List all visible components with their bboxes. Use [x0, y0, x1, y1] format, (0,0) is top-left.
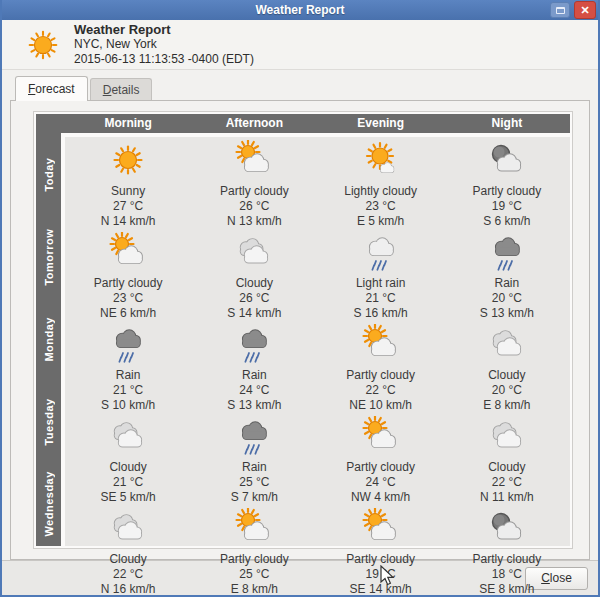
- column-header-morning: Morning: [65, 114, 191, 133]
- wind-text: N 16 km/h: [101, 582, 156, 597]
- partly-cloudy-night-icon: [487, 140, 527, 184]
- condition-text: Cloudy: [109, 460, 146, 475]
- wind-text: N 13 km/h: [227, 214, 282, 229]
- wind-text: S 7 km/h: [231, 490, 278, 505]
- report-header: Weather Report NYC, New York 2015-06-13 …: [2, 20, 598, 70]
- condition-text: Lightly cloudy: [344, 184, 417, 199]
- partly-cloudy-day-icon: [234, 140, 274, 184]
- forecast-cell: Rain25 °CS 7 km/h: [191, 413, 317, 505]
- wind-text: SE 8 km/h: [479, 582, 534, 597]
- temperature-text: 27 °C: [113, 199, 143, 214]
- column-header-evening: Evening: [318, 114, 444, 133]
- wind-text: S 16 km/h: [354, 306, 408, 321]
- report-timestamp: 2015-06-13 11:13:53 -0400 (EDT): [74, 52, 254, 67]
- temperature-text: 19 °C: [492, 199, 522, 214]
- condition-text: Partly cloudy: [473, 184, 542, 199]
- tab-bar: Forecast Details: [2, 70, 598, 100]
- titlebar[interactable]: Weather Report ✕: [2, 0, 598, 20]
- forecast-cell: Cloudy21 °CSE 5 km/h: [65, 413, 191, 505]
- condition-text: Partly cloudy: [94, 276, 163, 291]
- forecast-cell: Cloudy22 °CN 11 km/h: [444, 413, 570, 505]
- condition-text: Rain: [242, 460, 267, 475]
- condition-text: Partly cloudy: [346, 552, 415, 567]
- forecast-cell: Partly cloudy19 °CS 6 km/h: [444, 137, 570, 229]
- temperature-text: 19 °C: [366, 567, 396, 582]
- close-icon: ✕: [580, 4, 589, 16]
- day-label-today: Today: [36, 133, 61, 216]
- condition-text: Partly cloudy: [346, 368, 415, 383]
- forecast-cell: Rain24 °CS 13 km/h: [191, 321, 317, 413]
- condition-text: Rain: [116, 368, 141, 383]
- wind-text: S 6 km/h: [483, 214, 530, 229]
- wind-text: E 8 km/h: [483, 398, 530, 413]
- temperature-text: 23 °C: [113, 291, 143, 306]
- wind-text: S 13 km/h: [227, 398, 281, 413]
- condition-text: Partly cloudy: [220, 552, 289, 567]
- wind-text: N 14 km/h: [101, 214, 156, 229]
- forecast-day-labels: TodayTomorrowMondayTuesdayWednesday: [36, 133, 61, 546]
- column-header-night: Night: [444, 114, 570, 133]
- forecast-cell: Partly cloudy25 °CE 8 km/h: [191, 505, 317, 597]
- partly-cloudy-day-icon: [361, 416, 401, 460]
- partly-cloudy-day-icon: [361, 324, 401, 368]
- forecast-cell: Cloudy22 °CN 16 km/h: [65, 505, 191, 597]
- wind-text: SE 14 km/h: [350, 582, 412, 597]
- temperature-text: 23 °C: [366, 199, 396, 214]
- forecast-cell: Light rain21 °CS 16 km/h: [318, 229, 444, 321]
- wind-text: S 14 km/h: [227, 306, 281, 321]
- partly-cloudy-day-icon: [361, 508, 401, 552]
- tab-forecast[interactable]: Forecast: [15, 76, 88, 101]
- window-content: Weather Report NYC, New York 2015-06-13 …: [2, 20, 598, 595]
- day-label-tuesday: Tuesday: [36, 381, 61, 464]
- condition-text: Sunny: [111, 184, 145, 199]
- wind-text: S 13 km/h: [480, 306, 534, 321]
- forecast-cell: Partly cloudy23 °CNE 6 km/h: [65, 229, 191, 321]
- lightly-cloudy-day-icon: [361, 140, 401, 184]
- forecast-cell: Cloudy20 °CE 8 km/h: [444, 321, 570, 413]
- wind-text: NE 10 km/h: [349, 398, 412, 413]
- wind-text: E 5 km/h: [357, 214, 404, 229]
- temperature-text: 24 °C: [239, 383, 269, 398]
- condition-text: Rain: [495, 276, 520, 291]
- temperature-text: 21 °C: [366, 291, 396, 306]
- wind-text: SE 5 km/h: [100, 490, 155, 505]
- wind-text: NE 6 km/h: [100, 306, 156, 321]
- forecast-cell: Cloudy26 °CS 14 km/h: [191, 229, 317, 321]
- temperature-text: 22 °C: [113, 567, 143, 582]
- maximize-icon: [556, 7, 565, 14]
- condition-text: Rain: [242, 368, 267, 383]
- condition-text: Cloudy: [488, 460, 525, 475]
- forecast-panel: MorningAfternoonEveningNight TodayTomorr…: [10, 100, 590, 560]
- tab-details[interactable]: Details: [90, 78, 153, 100]
- temperature-text: 22 °C: [492, 475, 522, 490]
- report-title: Weather Report: [74, 22, 254, 37]
- maximize-button[interactable]: [550, 2, 570, 18]
- window-title: Weather Report: [2, 3, 598, 17]
- cloudy-icon: [487, 324, 527, 368]
- temperature-text: 21 °C: [113, 475, 143, 490]
- close-window-button[interactable]: ✕: [574, 1, 596, 19]
- wind-text: N 11 km/h: [480, 490, 534, 505]
- forecast-cell: Partly cloudy18 °CSE 8 km/h: [444, 505, 570, 597]
- forecast-cell: Rain20 °CS 13 km/h: [444, 229, 570, 321]
- forecast-column-headers: MorningAfternoonEveningNight: [36, 114, 570, 133]
- column-header-afternoon: Afternoon: [191, 114, 317, 133]
- day-label-monday: Monday: [36, 298, 61, 381]
- forecast-cell: Lightly cloudy23 °CE 5 km/h: [318, 137, 444, 229]
- temperature-text: 21 °C: [113, 383, 143, 398]
- forecast-cell: Partly cloudy24 °CNW 4 km/h: [318, 413, 444, 505]
- temperature-text: 26 °C: [239, 199, 269, 214]
- rain-icon: [234, 416, 274, 460]
- cloudy-icon: [108, 416, 148, 460]
- condition-text: Partly cloudy: [220, 184, 289, 199]
- sunny-icon: [108, 140, 148, 184]
- wind-text: NW 4 km/h: [351, 490, 410, 505]
- temperature-text: 26 °C: [239, 291, 269, 306]
- rain-icon: [487, 232, 527, 276]
- temperature-text: 22 °C: [366, 383, 396, 398]
- day-label-tomorrow: Tomorrow: [36, 216, 61, 299]
- temperature-text: 25 °C: [239, 475, 269, 490]
- forecast-cell: Partly cloudy26 °CN 13 km/h: [191, 137, 317, 229]
- weather-report-window: Weather Report ✕ Weather Report NYC, New…: [0, 0, 600, 597]
- forecast-cell: Partly cloudy22 °CNE 10 km/h: [318, 321, 444, 413]
